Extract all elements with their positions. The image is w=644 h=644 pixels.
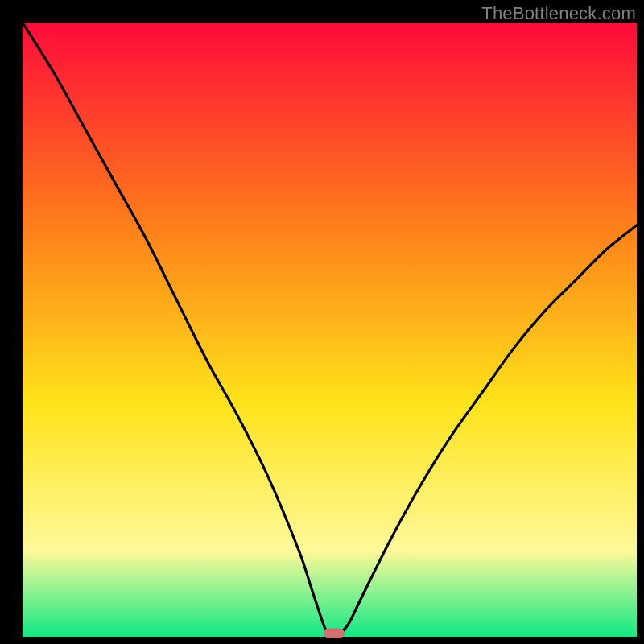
watermark-label: TheBottleneck.com <box>481 3 636 24</box>
bottleneck-chart <box>0 0 644 644</box>
plot-area <box>23 23 637 637</box>
chart-container: TheBottleneck.com <box>0 0 644 644</box>
minimum-marker <box>324 628 345 638</box>
